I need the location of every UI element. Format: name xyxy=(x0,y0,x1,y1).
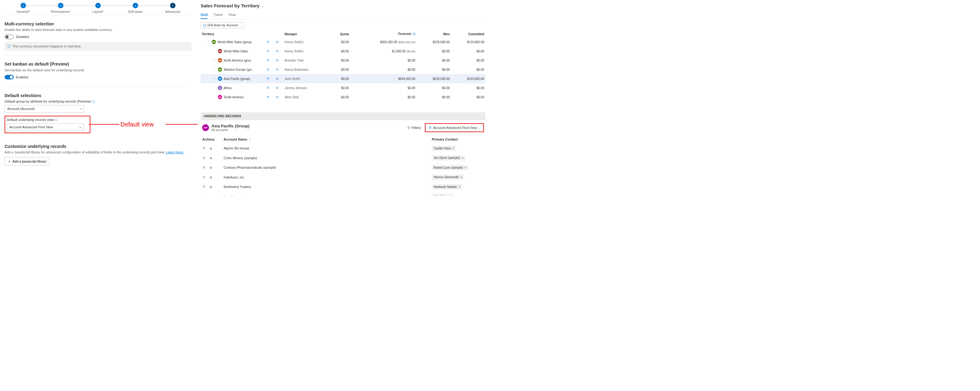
forecast-row[interactable]: SASouth America⇱⟳Alton Stott$0.00$0.00$0… xyxy=(200,92,485,102)
info-icon[interactable]: ⓘ xyxy=(92,100,95,103)
forecast-row[interactable]: ›APAsia Pacific (group)⇱⟳John Smith$0.00… xyxy=(200,74,485,83)
account-name: Alpine Ski House xyxy=(222,144,430,153)
refresh-icon[interactable]: ⟳ xyxy=(275,86,279,90)
col-forecast[interactable]: Forecast ⓘ xyxy=(350,31,417,37)
add-icon[interactable]: ⊕ xyxy=(209,156,213,159)
account-row[interactable]: ⇱⊕Trey ResearchAlex Baker✕ xyxy=(200,192,485,196)
account-row[interactable]: ⇱⊕Fabrikam, Inc.Haroun Stormonth✕ xyxy=(200,172,485,182)
add-icon[interactable]: ⊕ xyxy=(209,147,213,150)
open-icon[interactable]: ⇱ xyxy=(266,95,270,99)
contact-chip[interactable]: Jim Glynn (sample)✕ xyxy=(432,155,466,161)
add-js-library-button[interactable]: ＋ Add a javascript library xyxy=(5,157,49,166)
refresh-icon[interactable]: ⟳ xyxy=(275,95,279,99)
open-record-icon[interactable]: ⇱ xyxy=(202,185,206,189)
info-icon[interactable]: ⓘ xyxy=(55,118,57,122)
open-record-icon[interactable]: ⇱ xyxy=(202,166,206,169)
remove-icon[interactable]: ✕ xyxy=(465,166,466,169)
step-general[interactable]: ✓ General* xyxy=(5,0,42,14)
forecast-row[interactable]: ›WEWestern Europe (gro⇱⟳Nancy Andersson$… xyxy=(200,65,485,74)
won-cell: $0.00 xyxy=(417,83,451,92)
col-committed[interactable]: Committed xyxy=(451,31,485,37)
col-actions[interactable]: Actions xyxy=(200,135,222,144)
step-permissions[interactable]: ✓ Permissions* xyxy=(42,0,80,14)
drilldown-selector[interactable]: Drill down by: Account ⌄ xyxy=(200,22,243,29)
open-record-icon[interactable]: ⇱ xyxy=(202,156,206,159)
contact-chip[interactable]: Haroun Stormonth✕ xyxy=(432,175,464,180)
toggle-kanban[interactable] xyxy=(5,75,14,79)
add-icon[interactable]: ⊕ xyxy=(209,195,213,196)
open-icon[interactable]: ⇱ xyxy=(266,68,270,72)
accounts-table: Actions Account Name ↑ Primary Contact ⇱… xyxy=(200,135,485,196)
territory-name: World Wide Sales xyxy=(224,49,248,53)
remove-icon[interactable]: ✕ xyxy=(460,176,462,179)
info-icon: ⓘ xyxy=(7,44,11,49)
select-default-view[interactable]: Account Advanced Find View ▾ xyxy=(7,123,83,131)
expand-icon[interactable]: › xyxy=(213,77,216,81)
contact-chip[interactable]: Robert Lyon (sample)✕ xyxy=(432,165,468,170)
expand-icon[interactable]: › xyxy=(213,59,216,62)
open-record-icon[interactable]: ⇱ xyxy=(202,175,206,179)
contact-name: Robert Lyon (sample) xyxy=(434,166,463,170)
sort-asc-icon: ↑ xyxy=(249,137,251,141)
account-row[interactable]: ⇱⊕Contoso Pharmaceuticals (sample)Robert… xyxy=(200,163,485,173)
step-drilldown[interactable]: ✓ Drill down xyxy=(117,0,154,14)
forecast-title: Sales Forecast by Territory xyxy=(200,3,259,8)
tab-trend[interactable]: Trend xyxy=(214,11,223,19)
open-record-icon[interactable]: ⇱ xyxy=(202,147,206,150)
step-layout[interactable]: ✓ Layout* xyxy=(80,0,117,14)
col-account-name[interactable]: Account Name ↑ xyxy=(222,135,430,144)
forecast-table: Territory Manager Quota Forecast ⓘ Won C… xyxy=(200,31,485,102)
tab-flow[interactable]: Flow xyxy=(229,11,235,19)
col-manager[interactable]: Manager xyxy=(283,31,330,37)
contact-chip[interactable]: Cacilia Viera✕ xyxy=(432,146,456,151)
open-icon[interactable]: ⇱ xyxy=(266,49,270,53)
territory-name: South America xyxy=(224,95,243,99)
col-won[interactable]: Won xyxy=(417,31,451,37)
refresh-icon[interactable]: ⟳ xyxy=(275,59,279,62)
add-icon[interactable]: ⊕ xyxy=(209,175,213,179)
contact-chip[interactable]: Alex Baker✕ xyxy=(432,194,454,196)
account-row[interactable]: ⇱⊕Coho Winery (sample)Jim Glynn (sample)… xyxy=(200,153,485,163)
refresh-icon[interactable]: ⟳ xyxy=(275,68,279,72)
refresh-icon[interactable]: ⟳ xyxy=(275,49,279,53)
view-selector[interactable]: Account Advanced Find View ⌄ xyxy=(426,125,482,131)
list-icon xyxy=(429,126,432,129)
remove-icon[interactable]: ✕ xyxy=(462,156,464,159)
forecast-row[interactable]: WSWorld Wide Sales⇱⟳Kenny Smith1$0.00$1,… xyxy=(200,46,485,56)
learn-more-link[interactable]: Learn more. xyxy=(166,150,184,154)
open-icon[interactable]: ⇱ xyxy=(266,77,270,81)
select-groupby[interactable]: Account (Account) ▾ xyxy=(5,105,84,113)
open-icon[interactable]: ⇱ xyxy=(266,86,270,90)
open-record-icon[interactable]: ⇱ xyxy=(202,195,206,196)
col-primary-contact[interactable]: Primary Contact xyxy=(430,135,485,144)
add-icon[interactable]: ⊕ xyxy=(209,166,213,169)
expand-icon[interactable]: ˅ xyxy=(207,40,210,44)
field-label-groupby: Default group by attribute for underlyin… xyxy=(5,100,191,103)
account-name: Northwind Traders xyxy=(222,182,430,192)
col-quota[interactable]: Quota xyxy=(330,31,350,37)
account-row[interactable]: ⇱⊕Northwind TradersHeriberto Nathan✕ xyxy=(200,182,485,192)
toggle-multicurrency[interactable] xyxy=(5,35,14,39)
info-icon[interactable]: ⓘ xyxy=(413,33,415,35)
remove-icon[interactable]: ✕ xyxy=(452,147,454,150)
filters-button[interactable]: Filters xyxy=(405,125,422,131)
contact-chip[interactable]: Heriberto Nathan✕ xyxy=(432,184,463,190)
tab-grid[interactable]: Grid xyxy=(200,11,208,19)
committed-cell: $0.00 xyxy=(451,83,485,92)
forecast-row[interactable]: ›NANorth America (grou⇱⟳Brenden Thiel$0.… xyxy=(200,56,485,65)
refresh-icon[interactable]: ⟳ xyxy=(275,77,279,81)
forecast-row[interactable]: AAfrica⇱⟳Jeremy Johnson$0.00$0.00$0.00$0… xyxy=(200,83,485,92)
col-territory[interactable]: Territory xyxy=(200,31,265,37)
chevron-down-icon[interactable]: ⌄ xyxy=(262,4,264,8)
forecast-row[interactable]: ˅WSWorld Wide Sales (group⇱⟳Kenny Smith1… xyxy=(200,37,485,46)
target-icon xyxy=(204,24,206,27)
open-icon[interactable]: ⇱ xyxy=(266,40,270,44)
step-advanced[interactable]: ✓ Advanced xyxy=(154,0,191,14)
expand-icon[interactable]: › xyxy=(213,68,216,72)
open-icon[interactable]: ⇱ xyxy=(266,59,270,62)
remove-icon[interactable]: ✕ xyxy=(458,186,461,189)
refresh-icon[interactable]: ⟳ xyxy=(275,40,279,44)
remove-icon[interactable]: ✕ xyxy=(450,195,452,196)
account-row[interactable]: ⇱⊕Alpine Ski HouseCacilia Viera✕ xyxy=(200,144,485,153)
add-icon[interactable]: ⊕ xyxy=(209,185,213,189)
